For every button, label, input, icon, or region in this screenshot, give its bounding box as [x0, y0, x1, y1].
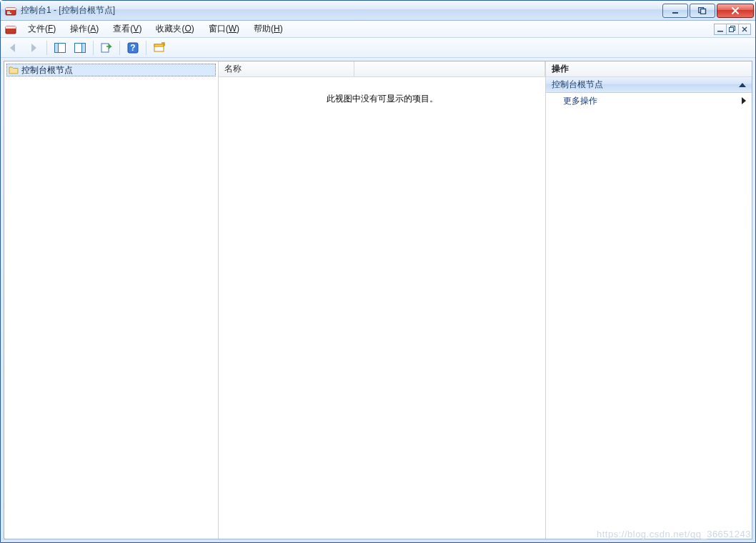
toolbar: ? — [1, 38, 755, 58]
window-title: 控制台1 - [控制台根节点] — [21, 4, 657, 16]
menubar: 文件(F) 操作(A) 查看(V) 收藏夹(O) 窗口(W) 帮助(H) — [1, 21, 755, 38]
close-button[interactable] — [717, 4, 754, 18]
show-hide-actions-button[interactable] — [71, 40, 89, 56]
svg-rect-13 — [55, 43, 59, 52]
forward-button[interactable] — [25, 40, 42, 56]
window-controls — [661, 4, 754, 18]
tree-panel[interactable]: 控制台根节点 — [4, 61, 219, 539]
menu-help-pre: 帮助( — [254, 24, 274, 34]
actions-group-header[interactable]: 控制台根节点 — [546, 77, 752, 93]
svg-rect-9 — [717, 31, 723, 32]
client-area: 控制台根节点 名称 此视图中没有可显示的项目。 操作 控制台根节点 更多操作 — [4, 61, 752, 539]
menu-view-post: ) — [139, 24, 141, 34]
menu-action[interactable]: 操作(A) — [64, 21, 104, 36]
menu-window[interactable]: 窗口(W) — [203, 21, 245, 36]
list-panel[interactable]: 名称 此视图中没有可显示的项目。 — [219, 61, 546, 539]
svg-text:?: ? — [130, 43, 135, 53]
toolbar-separator-3 — [119, 41, 120, 55]
mdi-close-button[interactable] — [738, 24, 751, 35]
menu-help[interactable]: 帮助(H) — [248, 21, 289, 36]
menu-help-acc: H — [274, 24, 280, 34]
main-window: 控制台1 - [控制台根节点] — [0, 0, 756, 543]
svg-rect-8 — [6, 26, 16, 29]
svg-rect-6 — [701, 9, 706, 14]
menu-favorites[interactable]: 收藏夹(O) — [150, 21, 199, 36]
mdi-minimize-button[interactable] — [714, 24, 727, 35]
svg-rect-11 — [730, 27, 734, 31]
svg-rect-4 — [672, 12, 678, 14]
actions-group-title: 控制台根节点 — [552, 79, 603, 91]
svg-rect-20 — [154, 44, 164, 46]
tree-root-node[interactable]: 控制台根节点 — [6, 64, 216, 76]
mdi-restore-button[interactable] — [726, 24, 739, 35]
actions-more[interactable]: 更多操作 — [546, 93, 752, 109]
mmc-icon — [5, 24, 16, 35]
menu-window-acc: W — [229, 24, 237, 34]
menu-favorites-pre: 收藏夹( — [156, 24, 184, 34]
menu-action-pre: 操作( — [70, 24, 90, 34]
toolbar-separator-4 — [146, 41, 146, 55]
menu-view-pre: 查看( — [113, 24, 133, 34]
folder-icon — [9, 65, 19, 75]
actions-panel: 操作 控制台根节点 更多操作 — [546, 61, 752, 539]
menu-window-pre: 窗口( — [209, 24, 229, 34]
svg-rect-3 — [7, 13, 11, 14]
menu-file[interactable]: 文件(F) — [22, 21, 61, 36]
submenu-icon — [742, 97, 746, 104]
show-hide-tree-button[interactable] — [51, 40, 69, 56]
svg-rect-2 — [7, 11, 10, 13]
toolbar-separator-2 — [93, 41, 94, 55]
mdi-controls — [714, 24, 751, 35]
new-window-button[interactable] — [151, 40, 168, 56]
svg-rect-1 — [6, 8, 16, 10]
menu-favorites-acc: O — [184, 24, 191, 34]
menu-action-post: ) — [96, 24, 99, 34]
export-list-button[interactable] — [98, 40, 115, 56]
menu-window-post: ) — [237, 24, 239, 34]
app-icon — [5, 5, 16, 16]
collapse-icon — [739, 83, 746, 87]
menu-file-post: ) — [53, 24, 56, 34]
svg-rect-15 — [82, 43, 86, 52]
menu-favorites-post: ) — [192, 24, 194, 34]
column-blank[interactable] — [354, 61, 545, 76]
actions-header: 操作 — [546, 61, 752, 77]
column-name[interactable]: 名称 — [219, 61, 354, 76]
actions-more-label: 更多操作 — [563, 95, 597, 107]
columns-header: 名称 — [219, 61, 545, 77]
titlebar[interactable]: 控制台1 - [控制台根节点] — [1, 1, 755, 21]
svg-rect-16 — [101, 44, 109, 52]
toolbar-separator — [46, 41, 47, 55]
list-empty-message: 此视图中没有可显示的项目。 — [219, 77, 545, 539]
help-button[interactable]: ? — [124, 40, 141, 56]
minimize-button[interactable] — [662, 4, 688, 18]
menu-view[interactable]: 查看(V) — [107, 21, 147, 36]
tree-root-label: 控制台根节点 — [21, 64, 73, 76]
maximize-button[interactable] — [690, 4, 715, 18]
back-button[interactable] — [5, 40, 22, 56]
menu-file-pre: 文件( — [28, 24, 48, 34]
menu-help-post: ) — [280, 24, 283, 34]
